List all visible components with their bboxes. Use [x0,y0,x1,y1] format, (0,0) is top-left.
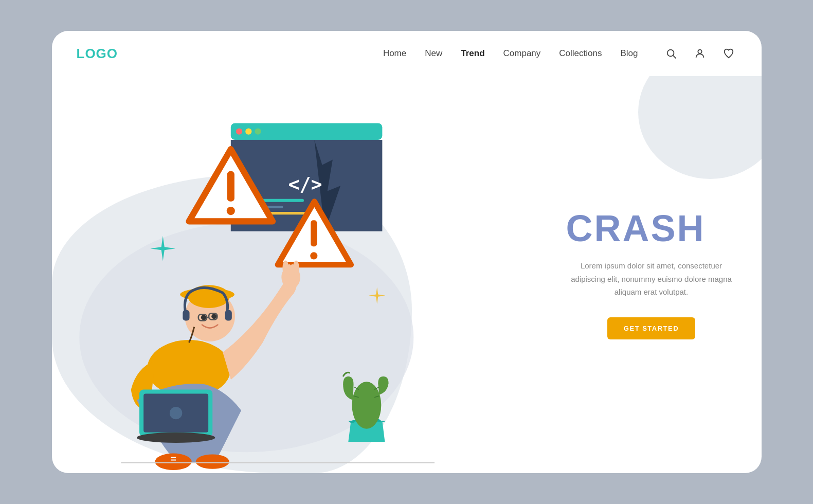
main-card: LOGO Home New Trend Company Collections … [52,31,762,473]
illustration-svg: </> [52,76,556,473]
svg-point-46 [169,407,182,419]
search-icon [665,48,677,59]
svg-point-6 [245,129,251,135]
user-button[interactable] [692,45,708,62]
heart-button[interactable] [720,45,737,62]
heart-icon [723,48,734,59]
nav-link-collections[interactable]: Collections [559,48,602,58]
illustration-area: </> [52,76,556,473]
svg-point-39 [290,264,295,275]
nav-item-collections[interactable]: Collections [559,48,602,59]
nav-link-new[interactable]: New [425,48,442,58]
nav-link-trend[interactable]: Trend [461,48,484,58]
svg-rect-34 [225,310,231,320]
svg-point-29 [211,314,216,319]
nav-link-blog[interactable]: Blog [620,48,638,58]
nav-item-company[interactable]: Company [503,48,541,59]
svg-line-1 [673,56,676,58]
text-area: CRASH Lorem ipsum dolor sit amet, consec… [556,76,762,473]
nav-item-new[interactable]: New [425,48,442,59]
nav-link-home[interactable]: Home [383,48,406,58]
svg-point-28 [201,315,206,320]
svg-rect-19 [227,171,234,202]
svg-point-7 [255,129,261,135]
svg-point-20 [226,207,234,215]
svg-point-43 [195,454,229,469]
svg-point-2 [698,50,701,53]
crash-title: CRASH [566,210,737,247]
svg-point-48 [352,382,381,428]
svg-rect-4 [230,123,382,140]
search-button[interactable] [663,45,679,62]
svg-point-47 [136,433,214,443]
crash-description: Lorem ipsum dolor sit amet, consectetuer… [566,259,737,299]
nav-link-company[interactable]: Company [503,48,541,58]
svg-text:</>: </> [288,173,322,195]
navbar: LOGO Home New Trend Company Collections … [52,31,762,76]
nav-links: Home New Trend Company Collections Blog [383,48,638,59]
nav-item-trend[interactable]: Trend [461,48,484,59]
nav-icons [663,45,737,62]
nav-item-home[interactable]: Home [383,48,406,59]
svg-rect-22 [311,220,317,246]
svg-point-5 [236,129,242,135]
svg-point-42 [155,453,191,470]
svg-point-23 [310,252,317,259]
main-content: </> [52,76,762,473]
get-started-button[interactable]: GET STARTED [607,317,695,339]
nav-item-blog[interactable]: Blog [620,48,638,59]
logo: LOGO [77,46,118,62]
user-icon [694,48,706,59]
svg-rect-33 [183,310,189,320]
